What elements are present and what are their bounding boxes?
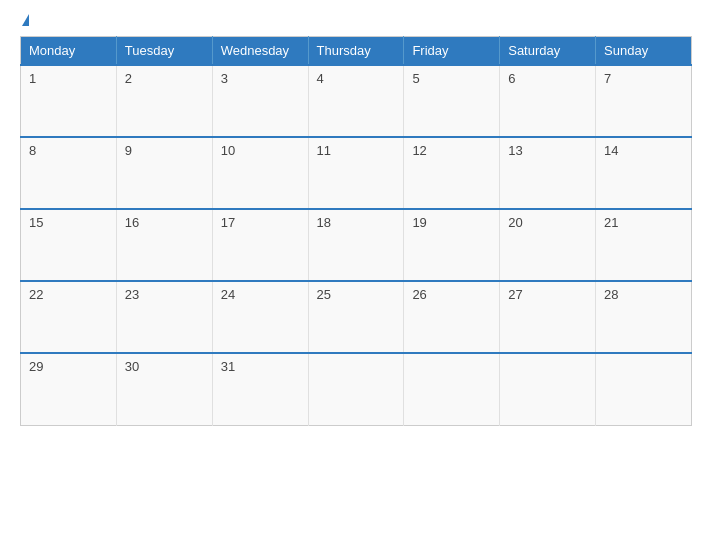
calendar-cell: 14	[596, 137, 692, 209]
day-of-week-wednesday: Wednesday	[212, 37, 308, 66]
day-of-week-tuesday: Tuesday	[116, 37, 212, 66]
day-number: 6	[508, 71, 515, 86]
calendar-cell: 12	[404, 137, 500, 209]
calendar-cell: 21	[596, 209, 692, 281]
day-number: 27	[508, 287, 522, 302]
calendar-cell: 5	[404, 65, 500, 137]
day-number: 10	[221, 143, 235, 158]
day-number: 12	[412, 143, 426, 158]
day-of-week-monday: Monday	[21, 37, 117, 66]
calendar-cell: 3	[212, 65, 308, 137]
day-number: 8	[29, 143, 36, 158]
calendar-cell: 31	[212, 353, 308, 425]
calendar-cell: 15	[21, 209, 117, 281]
calendar-cell: 26	[404, 281, 500, 353]
day-number: 9	[125, 143, 132, 158]
calendar-cell: 22	[21, 281, 117, 353]
calendar-table: MondayTuesdayWednesdayThursdayFridaySatu…	[20, 36, 692, 426]
days-of-week-row: MondayTuesdayWednesdayThursdayFridaySatu…	[21, 37, 692, 66]
calendar-cell: 8	[21, 137, 117, 209]
day-number: 31	[221, 359, 235, 374]
day-number: 20	[508, 215, 522, 230]
week-row-1: 1234567	[21, 65, 692, 137]
day-number: 19	[412, 215, 426, 230]
calendar-cell: 7	[596, 65, 692, 137]
logo-triangle-icon	[22, 14, 29, 26]
week-row-3: 15161718192021	[21, 209, 692, 281]
calendar-cell: 28	[596, 281, 692, 353]
day-number: 18	[317, 215, 331, 230]
calendar-cell: 29	[21, 353, 117, 425]
calendar-cell	[500, 353, 596, 425]
calendar-cell: 27	[500, 281, 596, 353]
calendar-cell	[596, 353, 692, 425]
day-of-week-saturday: Saturday	[500, 37, 596, 66]
day-number: 7	[604, 71, 611, 86]
day-number: 25	[317, 287, 331, 302]
day-number: 23	[125, 287, 139, 302]
calendar-cell: 16	[116, 209, 212, 281]
week-row-2: 891011121314	[21, 137, 692, 209]
calendar-cell: 4	[308, 65, 404, 137]
calendar-header	[20, 10, 692, 30]
logo	[20, 14, 29, 26]
day-number: 16	[125, 215, 139, 230]
day-number: 3	[221, 71, 228, 86]
day-number: 30	[125, 359, 139, 374]
day-number: 21	[604, 215, 618, 230]
calendar-cell: 17	[212, 209, 308, 281]
day-number: 1	[29, 71, 36, 86]
calendar-cell: 1	[21, 65, 117, 137]
day-number: 15	[29, 215, 43, 230]
day-of-week-friday: Friday	[404, 37, 500, 66]
calendar-cell: 13	[500, 137, 596, 209]
day-number: 11	[317, 143, 331, 158]
day-number: 5	[412, 71, 419, 86]
calendar-cell: 19	[404, 209, 500, 281]
calendar-cell: 10	[212, 137, 308, 209]
day-of-week-thursday: Thursday	[308, 37, 404, 66]
day-number: 22	[29, 287, 43, 302]
day-number: 13	[508, 143, 522, 158]
calendar-cell: 20	[500, 209, 596, 281]
calendar-cell	[404, 353, 500, 425]
day-number: 17	[221, 215, 235, 230]
day-number: 24	[221, 287, 235, 302]
calendar-cell: 2	[116, 65, 212, 137]
calendar-cell: 18	[308, 209, 404, 281]
day-number: 4	[317, 71, 324, 86]
calendar-cell: 25	[308, 281, 404, 353]
week-row-4: 22232425262728	[21, 281, 692, 353]
day-of-week-sunday: Sunday	[596, 37, 692, 66]
calendar-cell: 9	[116, 137, 212, 209]
week-row-5: 293031	[21, 353, 692, 425]
day-number: 2	[125, 71, 132, 86]
day-number: 28	[604, 287, 618, 302]
calendar-cell: 11	[308, 137, 404, 209]
calendar-cell: 23	[116, 281, 212, 353]
day-number: 26	[412, 287, 426, 302]
calendar-cell: 30	[116, 353, 212, 425]
calendar-cell	[308, 353, 404, 425]
day-number: 29	[29, 359, 43, 374]
day-number: 14	[604, 143, 618, 158]
calendar-cell: 6	[500, 65, 596, 137]
calendar-cell: 24	[212, 281, 308, 353]
